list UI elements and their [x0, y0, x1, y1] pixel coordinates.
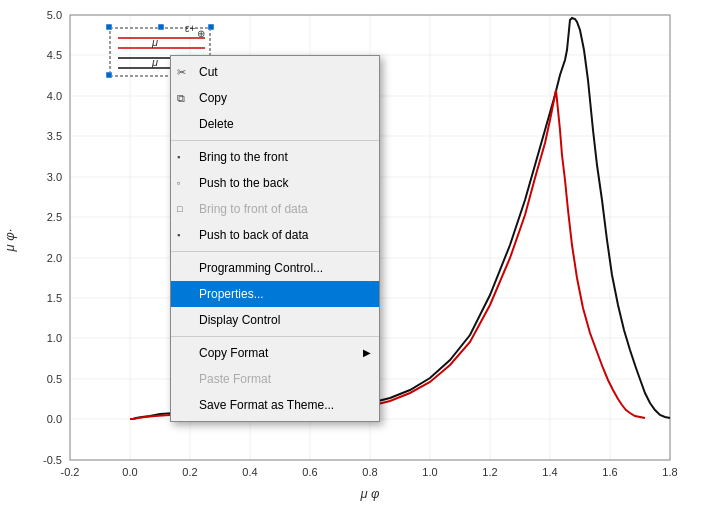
svg-rect-56 — [106, 72, 112, 78]
menu-item-push-back-data[interactable]: ▪ Push to back of data — [171, 222, 379, 248]
separator-3 — [171, 336, 379, 337]
menu-item-properties[interactable]: Properties... — [171, 281, 379, 307]
menu-item-save-format[interactable]: Save Format as Theme... — [171, 392, 379, 418]
svg-text:1.0: 1.0 — [422, 466, 437, 478]
svg-text:0.0: 0.0 — [122, 466, 137, 478]
copy-icon: ⧉ — [177, 88, 185, 108]
svg-text:1.0: 1.0 — [47, 332, 62, 344]
push-back-data-icon: ▪ — [177, 225, 180, 245]
svg-text:1.6: 1.6 — [602, 466, 617, 478]
svg-text:5.0: 5.0 — [47, 9, 62, 21]
separator-2 — [171, 251, 379, 252]
menu-item-copy[interactable]: ⧉ Copy — [171, 85, 379, 111]
svg-text:ε+: ε+ — [185, 23, 195, 34]
svg-text:0.8: 0.8 — [362, 466, 377, 478]
bring-front-data-icon: □ — [177, 199, 182, 219]
svg-text:-0.5: -0.5 — [43, 454, 62, 466]
svg-rect-55 — [208, 24, 214, 30]
context-menu: ✂ Cut ⧉ Copy Delete ▪ Bring to the front… — [170, 55, 380, 422]
x-axis-label: μ φ — [359, 486, 380, 501]
svg-text:μ: μ — [151, 56, 158, 68]
svg-text:0.0: 0.0 — [47, 413, 62, 425]
svg-rect-53 — [106, 24, 112, 30]
menu-item-delete[interactable]: Delete — [171, 111, 379, 137]
svg-rect-54 — [158, 24, 164, 30]
y-axis-label: μ φ· — [2, 229, 17, 253]
svg-text:-0.2: -0.2 — [61, 466, 80, 478]
menu-item-display-control[interactable]: Display Control — [171, 307, 379, 333]
svg-text:2.5: 2.5 — [47, 211, 62, 223]
svg-text:4.5: 4.5 — [47, 49, 62, 61]
cut-icon: ✂ — [177, 62, 186, 82]
svg-text:0.2: 0.2 — [182, 466, 197, 478]
svg-text:2.0: 2.0 — [47, 252, 62, 264]
separator-1 — [171, 140, 379, 141]
menu-item-bring-front[interactable]: ▪ Bring to the front — [171, 144, 379, 170]
menu-item-bring-front-data: □ Bring to front of data — [171, 196, 379, 222]
bring-front-icon: ▪ — [177, 147, 180, 167]
svg-text:1.4: 1.4 — [542, 466, 557, 478]
menu-item-programming-control[interactable]: Programming Control... — [171, 255, 379, 281]
svg-text:1.2: 1.2 — [482, 466, 497, 478]
menu-item-push-back[interactable]: ▫ Push to the back — [171, 170, 379, 196]
svg-text:⊕: ⊕ — [197, 28, 205, 39]
svg-text:3.5: 3.5 — [47, 130, 62, 142]
svg-text:0.5: 0.5 — [47, 373, 62, 385]
svg-text:4.0: 4.0 — [47, 90, 62, 102]
push-back-icon: ▫ — [177, 173, 180, 193]
menu-item-paste-format: Paste Format — [171, 366, 379, 392]
svg-text:1.8: 1.8 — [662, 466, 677, 478]
svg-text:μ: μ — [151, 36, 158, 48]
svg-text:0.6: 0.6 — [302, 466, 317, 478]
svg-text:0.4: 0.4 — [242, 466, 257, 478]
submenu-arrow-icon: ▶ — [363, 343, 371, 363]
svg-text:1.5: 1.5 — [47, 292, 62, 304]
menu-item-cut[interactable]: ✂ Cut — [171, 59, 379, 85]
svg-text:3.0: 3.0 — [47, 171, 62, 183]
menu-item-copy-format[interactable]: Copy Format ▶ — [171, 340, 379, 366]
